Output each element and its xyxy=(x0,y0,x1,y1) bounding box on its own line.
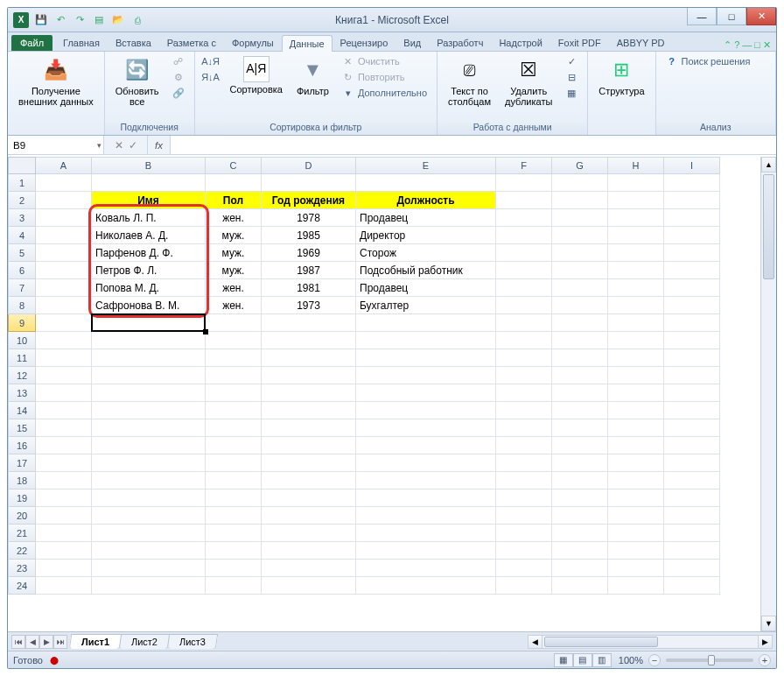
cell-F22[interactable] xyxy=(496,542,552,560)
cell-B13[interactable] xyxy=(92,384,206,402)
cell-G20[interactable] xyxy=(552,507,608,525)
cell-H10[interactable] xyxy=(608,332,664,349)
cell-H9[interactable] xyxy=(608,314,664,332)
cell-I4[interactable] xyxy=(664,227,720,244)
col-header-H[interactable]: H xyxy=(608,157,664,174)
vertical-scrollbar[interactable]: ▲ ▼ xyxy=(760,157,776,631)
cell-B17[interactable] xyxy=(92,454,206,472)
cell-H19[interactable] xyxy=(608,489,664,507)
cell-D12[interactable] xyxy=(262,367,356,384)
cell-B4[interactable]: Николаев А. Д. xyxy=(92,227,206,244)
outline-button[interactable]: ⊞ Структура xyxy=(595,54,648,98)
cell-F7[interactable] xyxy=(496,279,552,297)
cell-D15[interactable] xyxy=(262,419,356,437)
cell-C10[interactable] xyxy=(206,332,262,349)
cell-G19[interactable] xyxy=(552,489,608,507)
normal-view-button[interactable]: ▦ xyxy=(554,653,573,667)
cell-A13[interactable] xyxy=(36,384,92,402)
cell-A22[interactable] xyxy=(36,542,92,560)
cell-D23[interactable] xyxy=(262,560,356,577)
row-header-14[interactable]: 14 xyxy=(8,402,36,419)
cell-C5[interactable]: муж. xyxy=(206,244,262,262)
name-box-dropdown-icon[interactable]: ▾ xyxy=(97,141,102,150)
cell-H4[interactable] xyxy=(608,227,664,244)
qat-quick-icon[interactable]: ⎙ xyxy=(130,13,144,27)
close-button[interactable]: ✕ xyxy=(746,8,776,25)
ribbon-help[interactable]: ⌃ ? — □ ✕ xyxy=(724,39,776,51)
cell-D2[interactable]: Год рождения xyxy=(262,192,356,209)
scroll-right-icon[interactable]: ▶ xyxy=(758,636,772,648)
cell-G5[interactable] xyxy=(552,244,608,262)
cell-E17[interactable] xyxy=(356,454,496,472)
cell-G6[interactable] xyxy=(552,262,608,279)
cell-B21[interactable] xyxy=(92,525,206,542)
cell-G7[interactable] xyxy=(552,279,608,297)
cell-I21[interactable] xyxy=(664,525,720,542)
cell-G11[interactable] xyxy=(552,349,608,367)
cell-H11[interactable] xyxy=(608,349,664,367)
cell-D22[interactable] xyxy=(262,542,356,560)
formula-ok-icon[interactable]: ✓ xyxy=(129,139,137,151)
sort-za-button[interactable]: Я↓А xyxy=(202,70,220,84)
cell-I24[interactable] xyxy=(664,577,720,595)
cell-E1[interactable] xyxy=(356,174,496,192)
cell-A18[interactable] xyxy=(36,472,92,489)
cell-D1[interactable] xyxy=(262,174,356,192)
cell-B18[interactable] xyxy=(92,472,206,489)
reapply-button[interactable]: ↻Повторить xyxy=(340,70,430,84)
doc-restore-icon[interactable]: □ xyxy=(754,39,760,51)
cell-D5[interactable]: 1969 xyxy=(262,244,356,262)
whatif-button[interactable]: ▦ xyxy=(563,86,580,100)
cell-E3[interactable]: Продавец xyxy=(356,209,496,227)
cell-F20[interactable] xyxy=(496,507,552,525)
cell-I17[interactable] xyxy=(664,454,720,472)
cell-H12[interactable] xyxy=(608,367,664,384)
cell-D21[interactable] xyxy=(262,525,356,542)
cell-B15[interactable] xyxy=(92,419,206,437)
row-header-3[interactable]: 3 xyxy=(8,209,36,227)
cell-E21[interactable] xyxy=(356,525,496,542)
sheet-nav-3[interactable]: ⏭ xyxy=(53,635,67,649)
cell-G23[interactable] xyxy=(552,560,608,577)
cell-C11[interactable] xyxy=(206,349,262,367)
cell-H8[interactable] xyxy=(608,297,664,314)
cell-D17[interactable] xyxy=(262,454,356,472)
cell-E23[interactable] xyxy=(356,560,496,577)
col-header-G[interactable]: G xyxy=(552,157,608,174)
formula-cancel-icon[interactable]: ✕ xyxy=(115,139,123,151)
scroll-down-icon[interactable]: ▼ xyxy=(761,616,776,631)
undo-icon[interactable]: ↶ xyxy=(53,13,67,27)
row-header-10[interactable]: 10 xyxy=(8,332,36,349)
clear-filter-button[interactable]: ✕Очистить xyxy=(340,54,430,68)
cell-F17[interactable] xyxy=(496,454,552,472)
cell-G16[interactable] xyxy=(552,437,608,454)
col-header-E[interactable]: E xyxy=(356,157,496,174)
cell-B6[interactable]: Петров Ф. Л. xyxy=(92,262,206,279)
cell-C8[interactable]: жен. xyxy=(206,297,262,314)
col-header-B[interactable]: B xyxy=(92,157,206,174)
cell-H6[interactable] xyxy=(608,262,664,279)
cell-F4[interactable] xyxy=(496,227,552,244)
minimize-button[interactable]: — xyxy=(687,8,717,25)
cell-E24[interactable] xyxy=(356,577,496,595)
cell-B23[interactable] xyxy=(92,560,206,577)
row-header-5[interactable]: 5 xyxy=(8,244,36,262)
cell-F5[interactable] xyxy=(496,244,552,262)
cell-G21[interactable] xyxy=(552,525,608,542)
qat-open-icon[interactable]: 📂 xyxy=(111,13,125,27)
fill-handle[interactable] xyxy=(203,329,208,334)
cell-area[interactable]: ИмяПолГод рожденияДолжностьКоваль Л. П.ж… xyxy=(36,174,760,631)
ribbon-tab-4[interactable]: Данные xyxy=(282,35,332,52)
cell-E5[interactable]: Сторож xyxy=(356,244,496,262)
cell-B20[interactable] xyxy=(92,507,206,525)
cell-H13[interactable] xyxy=(608,384,664,402)
cell-C1[interactable] xyxy=(206,174,262,192)
cell-H22[interactable] xyxy=(608,542,664,560)
sort-button[interactable]: А|Я Сортировка xyxy=(227,54,286,96)
cell-B3[interactable]: Коваль Л. П. xyxy=(92,209,206,227)
cell-F15[interactable] xyxy=(496,419,552,437)
cell-C21[interactable] xyxy=(206,525,262,542)
row-header-9[interactable]: 9 xyxy=(8,314,36,332)
save-icon[interactable]: 💾 xyxy=(34,13,48,27)
qat-new-icon[interactable]: ▤ xyxy=(92,13,106,27)
